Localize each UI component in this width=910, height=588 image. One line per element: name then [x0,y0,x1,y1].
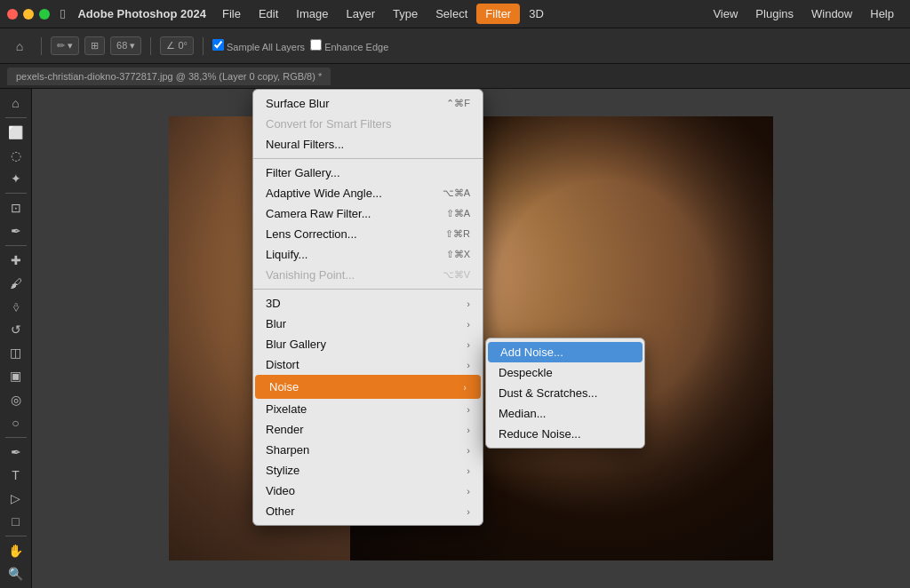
filter-distort[interactable]: Distort › [253,354,483,375]
options-bar: ⌂ ✏ ▾ ⊞ 68 ▾ ∠ 0° Sample All Layers Enha… [0,28,910,64]
submenu-dust-scratches[interactable]: Dust & Scratches... [486,383,644,403]
filter-other[interactable]: Other › [253,501,483,521]
tool-divider5 [5,536,27,536]
filter-stylize[interactable]: Stylize › [253,460,483,481]
menu-window[interactable]: Window [802,4,861,24]
filter-blur-gallery[interactable]: Blur Gallery › [253,334,483,354]
traffic-lights [7,9,50,20]
separator1 [253,158,483,159]
gradient-tool-icon[interactable]: ▣ [4,365,28,386]
filter-render[interactable]: Render › [253,419,483,440]
noise-submenu: Add Noise... Despeckle Dust & Scratches.… [485,338,645,449]
dodge-tool-icon[interactable]: ○ [4,412,28,433]
shape-tool-icon[interactable]: □ [4,511,28,532]
menubar:  Adobe Photoshop 2024 File Edit Image L… [0,0,910,28]
crop-tool-icon[interactable]: ⊡ [4,197,28,219]
marquee-tool-icon[interactable]: ⬜ [4,122,28,143]
app-name: Adobe Photoshop 2024 [77,7,205,20]
apple-logo-icon:  [60,6,65,21]
filter-surface-blur[interactable]: Surface Blur ⌃⌘F [253,93,483,114]
eyedropper-tool-icon[interactable]: ✒ [4,220,28,242]
divider3 [203,37,204,55]
enhance-edge-checkbox[interactable] [310,39,322,51]
submenu-median[interactable]: Median... [486,403,644,424]
tool-divider4 [5,437,27,438]
brush-tool-icon[interactable]: 🖌 [4,273,28,294]
menu-file[interactable]: File [213,4,250,24]
tool-divider2 [5,193,27,194]
path-select-icon[interactable]: ▷ [4,488,28,509]
blur-tool-icon[interactable]: ◎ [4,389,28,410]
tool-divider3 [5,245,27,246]
submenu-reduce-noise[interactable]: Reduce Noise... [486,424,644,444]
quick-select-tool-icon[interactable]: ✦ [4,168,28,189]
pen-tool-icon[interactable]: ✒ [4,441,28,463]
sample-all-layers-label: Sample All Layers [212,39,305,52]
divider2 [150,37,151,55]
tab-bar: pexels-christian-diokno-3772817.jpg @ 38… [0,64,910,89]
tools-panel: ⌂ ⬜ ◌ ✦ ⊡ ✒ ✚ 🖌 ⎀ ↺ ◫ ▣ ◎ ○ ✒ T ▷ □ ✋ 🔍 [0,89,32,588]
menu-select[interactable]: Select [427,4,476,24]
filter-menu: Surface Blur ⌃⌘F Convert for Smart Filte… [252,89,483,526]
stamp-tool-icon[interactable]: ⎀ [4,296,28,317]
menu-layer[interactable]: Layer [337,4,384,24]
menu-image[interactable]: Image [287,4,337,24]
enhance-edge-label: Enhance Edge [310,39,388,52]
filter-liquify[interactable]: Liquify... ⇧⌘X [253,244,483,265]
menu-view[interactable]: View [704,4,746,24]
menubar-right: View Plugins Window Help [704,4,903,24]
home-tool-icon[interactable]: ⌂ [4,92,28,114]
filter-vanishing-point: Vanishing Point... ⌥⌘V [253,265,483,285]
filter-neural-filters[interactable]: Neural Filters... [253,134,483,155]
tool-divider1 [5,117,27,118]
filter-camera-raw[interactable]: Camera Raw Filter... ⇧⌘A [253,203,483,224]
healing-brush-icon[interactable]: ✚ [4,250,28,271]
text-tool-icon[interactable]: T [4,465,28,486]
menu-filter[interactable]: Filter [476,4,520,24]
menu-help[interactable]: Help [861,4,903,24]
filter-noise[interactable]: Noise › [255,375,481,399]
document-tab[interactable]: pexels-christian-diokno-3772817.jpg @ 38… [7,68,331,85]
separator2 [253,289,483,290]
minimize-button[interactable] [23,9,34,20]
submenu-add-noise[interactable]: Add Noise... [488,342,643,362]
angle-field[interactable]: ∠ 0° [160,36,194,55]
filter-convert-smart: Convert for Smart Filters [253,114,483,134]
divider1 [41,37,42,55]
close-button[interactable] [7,9,18,20]
canvas-area: Surface Blur ⌃⌘F Convert for Smart Filte… [32,89,910,588]
filter-3d[interactable]: 3D › [253,293,483,314]
filter-pixelate[interactable]: Pixelate › [253,399,483,419]
sample-all-layers-checkbox[interactable] [212,39,224,51]
filter-adaptive-wide[interactable]: Adaptive Wide Angle... ⌥⌘A [253,183,483,203]
menu-edit[interactable]: Edit [250,4,287,24]
maximize-button[interactable] [39,9,50,20]
menu-plugins[interactable]: Plugins [746,4,802,24]
home-icon[interactable]: ⌂ [7,34,32,59]
main-area: ⌂ ⬜ ◌ ✦ ⊡ ✒ ✚ 🖌 ⎀ ↺ ◫ ▣ ◎ ○ ✒ T ▷ □ ✋ 🔍 [0,89,910,588]
brush-preset-picker[interactable]: ✏ ▾ [51,36,79,55]
filter-video[interactable]: Video › [253,481,483,501]
brush-size-btn[interactable]: 68 ▾ [110,36,141,55]
submenu-despeckle[interactable]: Despeckle [486,362,644,383]
menu-type[interactable]: Type [384,4,427,24]
menu-3d[interactable]: 3D [520,4,553,24]
filter-gallery[interactable]: Filter Gallery... [253,163,483,183]
zoom-tool-icon[interactable]: 🔍 [4,563,28,584]
dropdown-overlay: Surface Blur ⌃⌘F Convert for Smart Filte… [32,89,910,588]
filter-sharpen[interactable]: Sharpen › [253,440,483,460]
eraser-tool-icon[interactable]: ◫ [4,342,28,363]
history-brush-icon[interactable]: ↺ [4,319,28,340]
filter-blur[interactable]: Blur › [253,314,483,334]
filter-lens-correction[interactable]: Lens Correction... ⇧⌘R [253,224,483,244]
lasso-tool-icon[interactable]: ◌ [4,145,28,166]
brush-mode-btn[interactable]: ⊞ [84,36,105,55]
hand-tool-icon[interactable]: ✋ [4,540,28,561]
